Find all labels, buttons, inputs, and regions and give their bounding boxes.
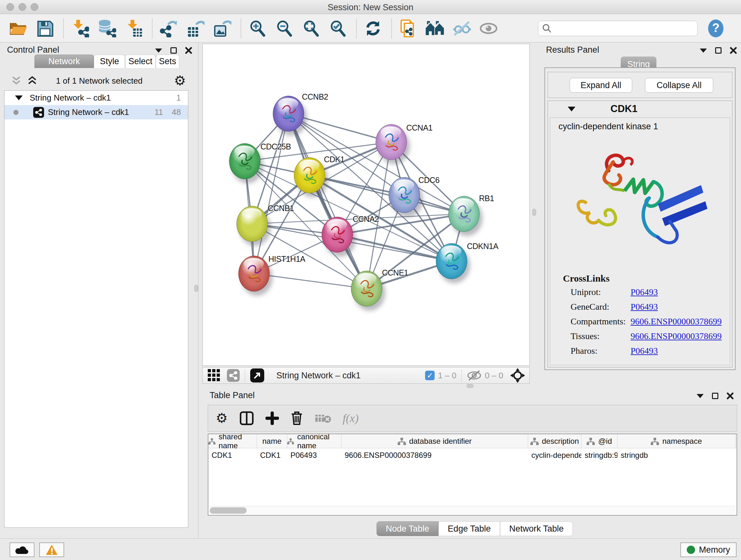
zoom-in-button[interactable]: [248, 18, 267, 38]
tree-expand-icon[interactable]: [15, 96, 23, 100]
toggle-labels-button[interactable]: [479, 18, 498, 38]
panel-menu-icon[interactable]: [697, 394, 704, 398]
open-in-window-icon[interactable]: [250, 368, 264, 382]
splitter-handle-left[interactable]: [194, 285, 198, 292]
import-table-button[interactable]: [124, 18, 144, 38]
column-header-database-identifier[interactable]: database identifier: [341, 434, 528, 448]
tab-network-table[interactable]: Network Table: [500, 521, 573, 536]
crosshair-icon[interactable]: [510, 368, 525, 383]
tab-select[interactable]: Select: [125, 55, 156, 68]
node-table[interactable]: shared namenamecanonical namedatabase id…: [208, 434, 737, 516]
import-network-database-button[interactable]: [97, 18, 117, 38]
table-settings-gear-icon[interactable]: ⚙: [216, 412, 228, 425]
network-node-CDC25B[interactable]: [229, 143, 260, 179]
column-header-shared-name[interactable]: shared name: [208, 434, 257, 448]
delete-column-icon[interactable]: [290, 411, 303, 426]
cell-database-identifier[interactable]: 9606.ENSP00000378699: [341, 448, 528, 462]
refresh-button[interactable]: [363, 18, 383, 38]
selected-checkbox-icon[interactable]: ✓: [425, 371, 434, 380]
memory-button[interactable]: Memory: [680, 543, 737, 557]
export-network-button[interactable]: [159, 18, 179, 38]
network-node-RB1[interactable]: [448, 196, 480, 232]
export-image-button[interactable]: [212, 18, 232, 38]
network-node-CDK1[interactable]: [294, 158, 325, 193]
panel-menu-icon[interactable]: [155, 49, 162, 53]
float-panel-icon[interactable]: [712, 393, 718, 399]
crosslink-link[interactable]: P06493: [630, 346, 658, 356]
network-collection-row[interactable]: String Network – cdk1 1: [4, 91, 188, 105]
close-panel-icon[interactable]: [730, 47, 737, 54]
table-row[interactable]: CDK1CDK1P064939606.ENSP00000378699cyclin…: [208, 448, 737, 462]
save-session-button[interactable]: [35, 18, 55, 38]
zoom-fit-button[interactable]: [301, 18, 321, 38]
gene-section-header[interactable]: CDK1: [548, 101, 732, 117]
scrollbar-thumb[interactable]: [210, 507, 247, 514]
network-node-CDC6[interactable]: [389, 177, 420, 213]
edge-CCNA2-CDKN1A[interactable]: [337, 235, 452, 261]
edge-CCNB2-HIST1H1A[interactable]: [254, 114, 288, 273]
column-header-canonical-name[interactable]: canonical name: [287, 434, 341, 448]
column-header-name[interactable]: name: [257, 434, 287, 448]
close-panel-icon[interactable]: [185, 47, 192, 54]
tab-sets[interactable]: Sets: [156, 55, 179, 68]
tab-style[interactable]: Style: [94, 55, 125, 68]
network-node-CCNA2[interactable]: [322, 217, 353, 253]
gear-icon[interactable]: ⚙: [174, 74, 186, 87]
network-canvas[interactable]: CCNB2CCNA1CDC25BCDK1CDC6RB1CCNB1CCNA2CDK…: [202, 44, 530, 366]
crosslink-link[interactable]: 9606.ENSP00000378699: [630, 316, 722, 327]
edge-HIST1H1A-CCNE1[interactable]: [254, 273, 367, 289]
string-home-button[interactable]: [425, 18, 445, 38]
splitter-handle-bottom[interactable]: [467, 384, 474, 388]
close-panel-icon[interactable]: [727, 392, 734, 399]
crosslink-link[interactable]: P06493: [630, 302, 658, 312]
zoom-selected-button[interactable]: [328, 18, 348, 38]
splitter-handle-right[interactable]: [532, 209, 536, 216]
network-node-CCNE1[interactable]: [351, 271, 382, 307]
crosslink-link[interactable]: 9606.ENSP00000378699: [630, 331, 722, 341]
cell-description[interactable]: cyclin-dependent ...: [528, 448, 582, 462]
float-panel-icon[interactable]: [715, 47, 722, 54]
float-panel-icon[interactable]: [171, 47, 177, 54]
network-node-CCNA1[interactable]: [376, 124, 407, 160]
cell-shared-name[interactable]: CDK1: [208, 448, 257, 462]
network-node-CCNB1[interactable]: [237, 206, 268, 242]
zoom-out-button[interactable]: [274, 18, 294, 38]
search-input[interactable]: [554, 23, 693, 34]
column-header-namespace[interactable]: namespace: [617, 434, 736, 448]
cell--id[interactable]: stringdb:9...: [582, 448, 617, 462]
expand-all-button[interactable]: Expand All: [569, 78, 632, 92]
tab-network[interactable]: Network: [35, 55, 94, 68]
panel-menu-icon[interactable]: [700, 49, 707, 53]
import-network-file-button[interactable]: [70, 18, 90, 38]
tab-node-table[interactable]: Node Table: [377, 521, 439, 536]
cell-name[interactable]: CDK1: [257, 448, 287, 462]
warning-status-button[interactable]: [39, 543, 64, 557]
network-node-CDKN1A[interactable]: [436, 243, 467, 279]
grid-view-icon[interactable]: [207, 368, 221, 382]
column-header--id[interactable]: @id: [582, 434, 617, 448]
hidden-eye-slash-icon[interactable]: [467, 370, 482, 381]
add-column-icon[interactable]: [266, 412, 279, 425]
network-selected-status: 1 of 1 Network selected: [0, 76, 199, 86]
collapse-section-icon[interactable]: [568, 107, 576, 111]
open-session-button[interactable]: [8, 18, 28, 38]
network-node-HIST1H1A[interactable]: [239, 256, 270, 292]
cell-canonical-name[interactable]: P06493: [287, 448, 341, 462]
help-button[interactable]: ?: [706, 18, 726, 38]
toggle-glass-effect-button[interactable]: [452, 18, 472, 38]
horizontal-scrollbar[interactable]: [209, 506, 736, 514]
show-columns-icon[interactable]: [239, 411, 254, 426]
network-node-CCNB2[interactable]: [273, 96, 304, 132]
edge-CDK1-RB1[interactable]: [310, 175, 464, 214]
cell-namespace[interactable]: stringdb: [617, 448, 736, 462]
table-panel-title: Table Panel: [210, 390, 255, 400]
column-header-description[interactable]: description: [528, 434, 582, 448]
crosslink-link[interactable]: P06493: [630, 287, 658, 297]
duplicate-network-button[interactable]: [398, 18, 418, 38]
collapse-all-button[interactable]: Collapse All: [645, 78, 713, 92]
cloud-status-button[interactable]: [10, 543, 35, 557]
tab-edge-table[interactable]: Edge Table: [439, 521, 500, 536]
network-row[interactable]: String Network – cdk1 11 48: [4, 105, 188, 119]
network-badge-icon[interactable]: [227, 369, 240, 382]
export-table-button[interactable]: [186, 18, 205, 38]
